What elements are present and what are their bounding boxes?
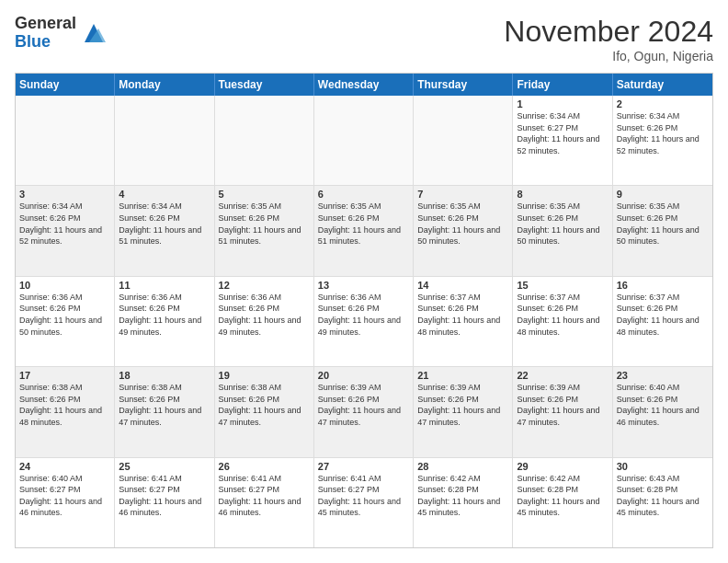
- logo-text: General Blue: [15, 15, 76, 52]
- day-cell-4: 4Sunrise: 6:34 AMSunset: 6:26 PMDaylight…: [115, 186, 214, 275]
- day-cell-15: 15Sunrise: 6:37 AMSunset: 6:26 PMDayligh…: [513, 277, 612, 366]
- logo: General Blue: [15, 15, 108, 52]
- day-info: Sunrise: 6:41 AMSunset: 6:27 PMDaylight:…: [119, 473, 210, 519]
- day-number: 21: [417, 370, 508, 381]
- day-cell-14: 14Sunrise: 6:37 AMSunset: 6:26 PMDayligh…: [414, 277, 513, 366]
- day-info: Sunrise: 6:37 AMSunset: 6:26 PMDaylight:…: [417, 292, 508, 338]
- day-info: Sunrise: 6:36 AMSunset: 6:26 PMDaylight:…: [19, 292, 110, 338]
- day-info: Sunrise: 6:34 AMSunset: 6:27 PMDaylight:…: [517, 110, 608, 156]
- day-cell-18: 18Sunrise: 6:38 AMSunset: 6:26 PMDayligh…: [115, 367, 214, 456]
- day-info: Sunrise: 6:35 AMSunset: 6:26 PMDaylight:…: [318, 201, 409, 247]
- day-info: Sunrise: 6:37 AMSunset: 6:26 PMDaylight:…: [617, 292, 709, 338]
- day-cell-17: 17Sunrise: 6:38 AMSunset: 6:26 PMDayligh…: [16, 367, 115, 456]
- day-cell-9: 9Sunrise: 6:35 AMSunset: 6:26 PMDaylight…: [613, 186, 712, 275]
- day-number: 13: [318, 280, 409, 291]
- day-number: 1: [517, 98, 608, 109]
- day-info: Sunrise: 6:35 AMSunset: 6:26 PMDaylight:…: [617, 201, 709, 247]
- day-info: Sunrise: 6:34 AMSunset: 6:26 PMDaylight:…: [19, 201, 110, 247]
- day-number: 25: [119, 461, 210, 472]
- day-info: Sunrise: 6:34 AMSunset: 6:26 PMDaylight:…: [119, 201, 210, 247]
- day-info: Sunrise: 6:35 AMSunset: 6:26 PMDaylight:…: [517, 201, 608, 247]
- header: General Blue November 2024 Ifo, Ogun, Ni…: [15, 15, 713, 63]
- day-number: 22: [517, 370, 608, 381]
- calendar-row-1: 3Sunrise: 6:34 AMSunset: 6:26 PMDaylight…: [16, 186, 712, 276]
- empty-cell-0-1: [115, 96, 214, 185]
- day-number: 11: [119, 280, 210, 291]
- day-number: 10: [19, 280, 110, 291]
- day-number: 30: [617, 461, 709, 472]
- day-number: 19: [219, 370, 310, 381]
- day-info: Sunrise: 6:42 AMSunset: 6:28 PMDaylight:…: [417, 473, 508, 519]
- day-info: Sunrise: 6:35 AMSunset: 6:26 PMDaylight:…: [219, 201, 310, 247]
- calendar-row-3: 17Sunrise: 6:38 AMSunset: 6:26 PMDayligh…: [16, 367, 712, 457]
- month-title: November 2024: [504, 15, 713, 49]
- header-day-wednesday: Wednesday: [314, 74, 414, 96]
- calendar-body: 1Sunrise: 6:34 AMSunset: 6:27 PMDaylight…: [16, 96, 712, 547]
- day-number: 17: [19, 370, 110, 381]
- day-number: 28: [417, 461, 508, 472]
- day-number: 16: [617, 280, 709, 291]
- header-day-sunday: Sunday: [16, 74, 115, 96]
- calendar: SundayMondayTuesdayWednesdayThursdayFrid…: [15, 73, 713, 548]
- header-day-monday: Monday: [115, 74, 214, 96]
- day-cell-5: 5Sunrise: 6:35 AMSunset: 6:26 PMDaylight…: [215, 186, 314, 275]
- day-number: 14: [417, 280, 508, 291]
- calendar-row-2: 10Sunrise: 6:36 AMSunset: 6:26 PMDayligh…: [16, 277, 712, 367]
- day-info: Sunrise: 6:34 AMSunset: 6:26 PMDaylight:…: [617, 110, 709, 156]
- day-info: Sunrise: 6:36 AMSunset: 6:26 PMDaylight:…: [318, 292, 409, 338]
- day-number: 7: [417, 189, 508, 200]
- header-day-tuesday: Tuesday: [215, 74, 314, 96]
- calendar-row-4: 24Sunrise: 6:40 AMSunset: 6:27 PMDayligh…: [16, 458, 712, 547]
- day-info: Sunrise: 6:38 AMSunset: 6:26 PMDaylight:…: [219, 382, 310, 428]
- day-info: Sunrise: 6:39 AMSunset: 6:26 PMDaylight:…: [318, 382, 409, 428]
- day-number: 5: [219, 189, 310, 200]
- day-cell-26: 26Sunrise: 6:41 AMSunset: 6:27 PMDayligh…: [215, 458, 314, 547]
- empty-cell-0-3: [314, 96, 414, 185]
- day-number: 12: [219, 280, 310, 291]
- day-number: 3: [19, 189, 110, 200]
- day-number: 26: [219, 461, 310, 472]
- page: General Blue November 2024 Ifo, Ogun, Ni…: [0, 0, 728, 563]
- day-cell-21: 21Sunrise: 6:39 AMSunset: 6:26 PMDayligh…: [414, 367, 513, 456]
- day-number: 2: [617, 98, 709, 109]
- day-cell-10: 10Sunrise: 6:36 AMSunset: 6:26 PMDayligh…: [16, 277, 115, 366]
- day-info: Sunrise: 6:36 AMSunset: 6:26 PMDaylight:…: [119, 292, 210, 338]
- day-cell-30: 30Sunrise: 6:43 AMSunset: 6:28 PMDayligh…: [613, 458, 712, 547]
- day-number: 23: [617, 370, 709, 381]
- day-info: Sunrise: 6:37 AMSunset: 6:26 PMDaylight:…: [517, 292, 608, 338]
- day-number: 29: [517, 461, 608, 472]
- day-info: Sunrise: 6:40 AMSunset: 6:26 PMDaylight:…: [617, 382, 709, 428]
- day-number: 15: [517, 280, 608, 291]
- title-area: November 2024 Ifo, Ogun, Nigeria: [504, 15, 713, 63]
- day-info: Sunrise: 6:35 AMSunset: 6:26 PMDaylight:…: [417, 201, 508, 247]
- location: Ifo, Ogun, Nigeria: [504, 49, 713, 63]
- day-number: 4: [119, 189, 210, 200]
- day-info: Sunrise: 6:39 AMSunset: 6:26 PMDaylight:…: [517, 382, 608, 428]
- day-cell-8: 8Sunrise: 6:35 AMSunset: 6:26 PMDaylight…: [513, 186, 612, 275]
- day-info: Sunrise: 6:38 AMSunset: 6:26 PMDaylight:…: [19, 382, 110, 428]
- day-cell-12: 12Sunrise: 6:36 AMSunset: 6:26 PMDayligh…: [215, 277, 314, 366]
- day-info: Sunrise: 6:40 AMSunset: 6:27 PMDaylight:…: [19, 473, 110, 519]
- day-cell-29: 29Sunrise: 6:42 AMSunset: 6:28 PMDayligh…: [513, 458, 612, 547]
- day-cell-13: 13Sunrise: 6:36 AMSunset: 6:26 PMDayligh…: [314, 277, 414, 366]
- header-day-thursday: Thursday: [414, 74, 513, 96]
- day-cell-22: 22Sunrise: 6:39 AMSunset: 6:26 PMDayligh…: [513, 367, 612, 456]
- day-cell-16: 16Sunrise: 6:37 AMSunset: 6:26 PMDayligh…: [613, 277, 712, 366]
- day-info: Sunrise: 6:41 AMSunset: 6:27 PMDaylight:…: [219, 473, 310, 519]
- day-info: Sunrise: 6:41 AMSunset: 6:27 PMDaylight:…: [318, 473, 409, 519]
- day-cell-7: 7Sunrise: 6:35 AMSunset: 6:26 PMDaylight…: [414, 186, 513, 275]
- day-cell-20: 20Sunrise: 6:39 AMSunset: 6:26 PMDayligh…: [314, 367, 414, 456]
- day-cell-11: 11Sunrise: 6:36 AMSunset: 6:26 PMDayligh…: [115, 277, 214, 366]
- day-cell-25: 25Sunrise: 6:41 AMSunset: 6:27 PMDayligh…: [115, 458, 214, 547]
- day-number: 9: [617, 189, 709, 200]
- empty-cell-0-0: [16, 96, 115, 185]
- day-cell-24: 24Sunrise: 6:40 AMSunset: 6:27 PMDayligh…: [16, 458, 115, 547]
- day-cell-2: 2Sunrise: 6:34 AMSunset: 6:26 PMDaylight…: [613, 96, 712, 185]
- day-info: Sunrise: 6:38 AMSunset: 6:26 PMDaylight:…: [119, 382, 210, 428]
- header-day-friday: Friday: [513, 74, 612, 96]
- day-number: 20: [318, 370, 409, 381]
- day-cell-6: 6Sunrise: 6:35 AMSunset: 6:26 PMDaylight…: [314, 186, 414, 275]
- day-number: 18: [119, 370, 210, 381]
- day-cell-23: 23Sunrise: 6:40 AMSunset: 6:26 PMDayligh…: [613, 367, 712, 456]
- day-cell-3: 3Sunrise: 6:34 AMSunset: 6:26 PMDaylight…: [16, 186, 115, 275]
